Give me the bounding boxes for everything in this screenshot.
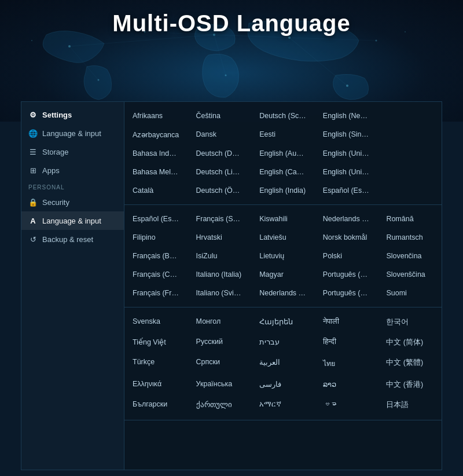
sidebar-settings-header: ⚙ Settings — [21, 105, 124, 124]
language-cell[interactable]: Kiswahili — [251, 210, 315, 228]
language-cell[interactable]: Norsk bokmål — [315, 228, 379, 247]
language-grid-1: AfrikaansČeštinaDeutsch (Schweiz)English… — [124, 107, 442, 200]
language-icon: 🌐 — [28, 129, 38, 138]
sidebar-item-apps[interactable]: ⊞ Apps — [21, 161, 124, 180]
language-cell[interactable]: English (Australia) — [251, 144, 315, 163]
language-cell[interactable]: Српски — [188, 353, 252, 375]
language-cell[interactable]: ဗမာ — [315, 395, 379, 415]
language-cell[interactable]: Bahasa Indonesia — [124, 144, 188, 163]
language-cell[interactable]: አማርኛ — [251, 395, 315, 415]
language-cell[interactable]: 한국어 — [378, 312, 442, 332]
language-cell[interactable] — [378, 144, 442, 163]
language-cell[interactable]: Português (Brasil) — [315, 265, 379, 284]
lang-input-icon: A — [28, 216, 38, 225]
language-cell[interactable]: Latviešu — [251, 228, 315, 247]
language-cell[interactable]: Português (Portugal) — [315, 284, 379, 302]
language-cell[interactable]: 中文 (香港) — [378, 375, 442, 395]
language-cell[interactable]: IsiZulu — [188, 247, 252, 265]
language-cell[interactable]: Română — [378, 210, 442, 228]
language-cell[interactable]: العربية — [251, 353, 315, 375]
language-cell[interactable]: Rumantsch — [378, 228, 442, 247]
sidebar-item-storage[interactable]: ☰ Storage — [21, 142, 124, 161]
language-cell[interactable]: English (India) — [251, 181, 315, 200]
language-cell[interactable]: Azərbaycanca — [124, 125, 188, 144]
language-cell[interactable]: 中文 (简体) — [378, 332, 442, 353]
sidebar: ⚙ Settings 🌐 Language & input ☰ Storage … — [21, 102, 124, 470]
language-cell[interactable]: Slovenščina — [378, 265, 442, 284]
language-cell[interactable]: English (Singapore) — [315, 125, 379, 144]
language-cell[interactable]: ລາວ — [315, 375, 379, 395]
language-cell[interactable]: Italiano (Italia) — [188, 265, 252, 284]
language-cell[interactable]: Hrvatski — [188, 228, 252, 247]
language-cell[interactable]: Eesti — [251, 125, 315, 144]
language-cell[interactable]: Dansk — [188, 125, 252, 144]
language-cell[interactable]: Français (France) — [124, 284, 188, 302]
language-cell[interactable]: Español (España) — [315, 181, 379, 200]
apps-icon: ⊞ — [28, 166, 38, 175]
security-icon: 🔒 — [28, 197, 38, 207]
language-cell[interactable]: Հայերեն — [251, 312, 315, 332]
language-cell[interactable]: Svenska — [124, 312, 188, 332]
language-cell[interactable]: עברית — [251, 332, 315, 353]
language-cell[interactable]: English (New Zealand) — [315, 107, 379, 125]
sidebar-item-language-input-top[interactable]: 🌐 Language & input — [21, 124, 124, 142]
language-cell[interactable]: Русский — [188, 332, 252, 353]
language-cell[interactable]: Deutsch (Österreich) — [188, 181, 252, 200]
settings-icon: ⚙ — [28, 110, 38, 119]
language-cell[interactable]: Français (Suisse) — [188, 210, 252, 228]
language-cell[interactable]: فارسی — [251, 375, 315, 395]
language-cell[interactable]: Magyar — [251, 265, 315, 284]
language-cell[interactable]: Français (Canada) — [124, 265, 188, 284]
language-cell[interactable]: Suomi — [378, 284, 442, 302]
language-cell[interactable]: ไทย — [315, 353, 379, 375]
language-cell[interactable]: Filipino — [124, 228, 188, 247]
main-container: ⚙ Settings 🌐 Language & input ☰ Storage … — [21, 101, 442, 470]
language-cell[interactable] — [378, 181, 442, 200]
sidebar-item-security[interactable]: 🔒 Security — [21, 193, 124, 211]
language-cell[interactable]: Afrikaans — [124, 107, 188, 125]
language-cell[interactable]: Nederlands (Nederland) — [315, 210, 379, 228]
language-cell[interactable]: Bahasa Melayu — [124, 163, 188, 181]
svg-point-14 — [31, 40, 32, 41]
sidebar-item-language-input-active[interactable]: A Language & input — [21, 211, 124, 230]
language-cell[interactable]: 中文 (繁體) — [378, 353, 442, 375]
language-cell[interactable]: Монгол — [188, 312, 252, 332]
language-cell[interactable]: Italiano (Svizzera) — [188, 284, 252, 302]
language-section-1: AfrikaansČeštinaDeutsch (Schweiz)English… — [124, 102, 442, 205]
language-cell[interactable]: English (Canada) — [251, 163, 315, 181]
language-cell[interactable]: Polski — [315, 247, 379, 265]
language-cell[interactable]: Français (Belgique) — [124, 247, 188, 265]
language-cell[interactable]: 日本語 — [378, 395, 442, 415]
language-grid-2: Español (Estados Unidos)Français (Suisse… — [124, 210, 442, 302]
language-cell[interactable]: Deutsch (Liechtenstein) — [188, 163, 252, 181]
language-section-2: Español (Estados Unidos)Français (Suisse… — [124, 205, 442, 307]
language-cell[interactable]: English (United States) — [315, 163, 379, 181]
language-cell[interactable] — [378, 125, 442, 144]
language-cell[interactable]: Ελληνικά — [124, 375, 188, 395]
personal-section-label: PERSONAL — [21, 180, 124, 193]
language-cell[interactable]: नेपाली — [315, 312, 379, 332]
storage-icon: ☰ — [28, 147, 38, 156]
language-cell[interactable]: Tiếng Việt — [124, 332, 188, 353]
language-cell[interactable]: Deutsch (Schweiz) — [251, 107, 315, 125]
language-cell[interactable]: Lietuvių — [251, 247, 315, 265]
language-cell[interactable]: Deutsch (Deutschland) — [188, 144, 252, 163]
language-cell[interactable]: Slovenčina — [378, 247, 442, 265]
language-cell[interactable]: हिन्दी — [315, 332, 379, 353]
language-cell[interactable]: Türkçe — [124, 353, 188, 375]
language-cell[interactable]: Українська — [188, 375, 252, 395]
page-title: Multi-OSD Language — [0, 10, 463, 36]
language-cell[interactable]: Čeština — [188, 107, 252, 125]
language-cell[interactable]: English (United Kingdom) — [315, 144, 379, 163]
language-cell[interactable]: Català — [124, 181, 188, 200]
language-cell[interactable]: ქართული — [188, 395, 252, 415]
language-cell[interactable] — [378, 107, 442, 125]
language-cell[interactable] — [378, 163, 442, 181]
language-section-3: SvenskaМонголՀայերենनेपाली한국어Tiếng ViệtР… — [124, 307, 442, 420]
backup-icon: ↺ — [28, 235, 38, 244]
language-grid-3: SvenskaМонголՀայերենनेपाली한국어Tiếng ViệtР… — [124, 312, 442, 415]
language-cell[interactable]: Български — [124, 395, 188, 415]
language-cell[interactable]: Español (Estados Unidos) — [124, 210, 188, 228]
language-cell[interactable]: Nederlands (België) — [251, 284, 315, 302]
sidebar-item-backup-reset[interactable]: ↺ Backup & reset — [21, 230, 124, 248]
